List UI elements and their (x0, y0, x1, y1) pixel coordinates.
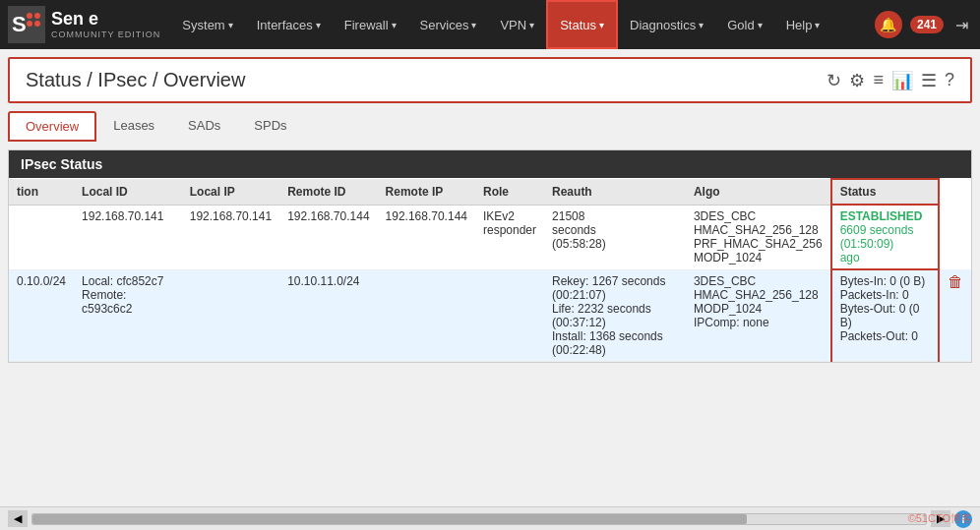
nav-vpn[interactable]: VPN ▾ (488, 0, 546, 49)
col-local-ip: Local IP (182, 179, 279, 205)
list-icon[interactable]: ☰ (921, 70, 937, 91)
cell-algo-2: 3DES_CBCHMAC_SHA2_256_128MODP_1024IPComp… (686, 269, 831, 361)
nav-firewall[interactable]: Firewall ▾ (333, 0, 408, 49)
table-row: 0.10.0/24 Local: cfc852c7Remote: c593c6c… (9, 269, 971, 361)
cell-remote-id-1: 192.168.70.144 (279, 205, 377, 269)
svg-point-3 (34, 13, 40, 19)
brand-text-container: Sen e COMMUNITY EDITION (51, 10, 160, 39)
tabs-bar: Overview Leases SADs SPDs (0, 111, 980, 142)
nav-diagnostics[interactable]: Diagnostics ▾ (618, 0, 715, 49)
nav-system[interactable]: System ▾ (170, 0, 244, 49)
svg-point-4 (27, 21, 32, 27)
horizontal-scrollbar[interactable] (31, 513, 927, 525)
ipsec-header: IPsec Status (9, 150, 971, 178)
chevron-down-icon: ▾ (815, 20, 820, 30)
status-time: 6609 seconds(01:50:09)ago (840, 223, 914, 265)
tab-spds[interactable]: SPDs (237, 111, 303, 142)
cell-status-2: Bytes-In: 0 (0 B) Packets-In: 0 Bytes-Ou… (831, 269, 939, 361)
cell-local-id-2: Local: cfc852c7Remote: c593c6c2 (74, 269, 182, 361)
cell-remote-ip-2 (378, 269, 475, 361)
col-reauth: Reauth (544, 179, 686, 205)
scroll-thumb (32, 514, 747, 524)
chevron-down-icon: ▾ (228, 20, 233, 30)
svg-point-2 (27, 13, 32, 19)
notification-count[interactable]: 241 (910, 16, 944, 33)
notification-bell[interactable]: 🔔 (875, 11, 902, 38)
brand: S Sen e COMMUNITY EDITION (8, 6, 160, 43)
nav-right-controls: 🔔 241 ⇥ (875, 11, 972, 38)
chevron-down-icon: ▾ (471, 20, 476, 30)
nav-status[interactable]: Status ▾ (546, 0, 618, 49)
tab-leases[interactable]: Leases (96, 111, 171, 142)
svg-point-5 (34, 21, 40, 27)
cell-reauth-2: Rekey: 1267 seconds (00:21:07)Life: 2232… (544, 269, 686, 361)
nav-services[interactable]: Services ▾ (408, 0, 489, 49)
ipsec-status-section: IPsec Status tion Local ID Local IP Remo… (8, 149, 972, 363)
chevron-down-icon: ▾ (758, 20, 763, 30)
breadcrumb: Status / IPsec / Overview ↻ ⚙ ≡ 📊 ☰ ? (8, 57, 972, 103)
cell-status-1: ESTABLISHED 6609 seconds(01:50:09)ago (831, 205, 939, 269)
nav-menu: System ▾ Interfaces ▾ Firewall ▾ Service… (170, 0, 875, 49)
logout-icon[interactable]: ⇥ (951, 12, 972, 38)
cell-tion-2: 0.10.0/24 (9, 269, 74, 361)
col-local-id: Local ID (74, 179, 182, 205)
breadcrumb-icons: ↻ ⚙ ≡ 📊 ☰ ? (827, 70, 954, 91)
table-row: 192.168.70.141 192.168.70.141 192.168.70… (9, 205, 971, 269)
status-established: ESTABLISHED (840, 209, 923, 223)
col-remote-ip: Remote IP (378, 179, 475, 205)
cell-remote-ip-1: 192.168.70.144 (378, 205, 475, 269)
main-content: IPsec Status tion Local ID Local IP Remo… (0, 149, 980, 363)
bottom-scrollbar: ◀ ▶ i (0, 506, 980, 530)
chevron-down-icon: ▾ (599, 20, 604, 30)
col-status: Status (831, 179, 939, 205)
col-algo: Algo (686, 179, 831, 205)
col-role: Role (475, 179, 544, 205)
navbar: S Sen e COMMUNITY EDITION System ▾ Inter… (0, 0, 980, 49)
nav-interfaces[interactable]: Interfaces ▾ (245, 0, 333, 49)
cell-local-ip-2 (182, 269, 279, 361)
filter-icon[interactable]: ≡ (873, 70, 884, 90)
settings-icon[interactable]: ⚙ (849, 70, 865, 91)
scroll-left-button[interactable]: ◀ (8, 510, 28, 527)
chevron-down-icon: ▾ (316, 20, 321, 30)
tab-sads[interactable]: SADs (171, 111, 237, 142)
cell-role-2 (475, 269, 544, 361)
brand-subtitle: COMMUNITY EDITION (51, 29, 160, 39)
col-remote-id: Remote ID (279, 179, 377, 205)
nav-gold[interactable]: Gold ▾ (715, 0, 773, 49)
cell-reauth-1: 21508seconds(05:58:28) (544, 205, 686, 269)
cell-tion-1 (9, 205, 74, 269)
cell-local-id-1: 192.168.70.141 (74, 205, 182, 269)
cell-delete[interactable]: 🗑 (939, 269, 971, 361)
delete-icon[interactable]: 🗑 (948, 273, 963, 290)
ipsec-table: tion Local ID Local IP Remote ID Remote … (9, 178, 971, 362)
chart-icon[interactable]: 📊 (891, 70, 913, 91)
chevron-down-icon: ▾ (392, 20, 397, 30)
cell-algo-1: 3DES_CBCHMAC_SHA2_256_128PRF_HMAC_SHA2_2… (686, 205, 831, 269)
cell-remote-id-2: 10.10.11.0/24 (279, 269, 377, 361)
svg-text:S: S (12, 12, 27, 36)
cell-local-ip-1: 192.168.70.141 (182, 205, 279, 269)
refresh-icon[interactable]: ↻ (827, 70, 841, 91)
nav-help[interactable]: Help ▾ (774, 0, 832, 49)
watermark: ©51CTO博客 (908, 511, 972, 526)
help-icon[interactable]: ? (945, 70, 954, 90)
chevron-down-icon: ▾ (529, 20, 534, 30)
chevron-down-icon: ▾ (699, 20, 704, 30)
brand-logo-icon: S (8, 6, 45, 43)
brand-name: Sen e (51, 10, 160, 29)
breadcrumb-title: Status / IPsec / Overview (26, 69, 245, 91)
table-header-row: tion Local ID Local IP Remote ID Remote … (9, 179, 971, 205)
cell-role-1: IKEv2responder (475, 205, 544, 269)
col-tion: tion (9, 179, 74, 205)
tab-overview[interactable]: Overview (8, 111, 96, 142)
